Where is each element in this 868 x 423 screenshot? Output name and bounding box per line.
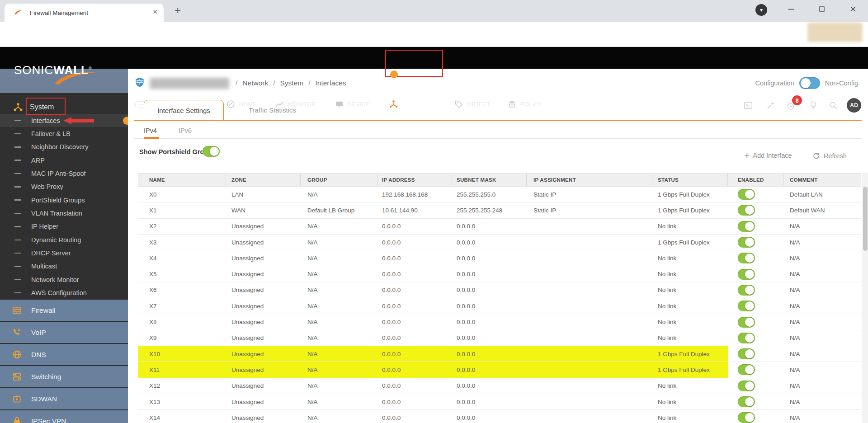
column-header-zone[interactable]: ZONE: [226, 174, 301, 186]
table-row-x13[interactable]: X13UnassignedN/A0.0.0.00.0.0.0No linkN/A: [138, 394, 861, 410]
sidebar-item-web-proxy[interactable]: Web Proxy: [0, 180, 128, 193]
window-close-button[interactable]: [846, 2, 860, 16]
sidebar-section-label: Switching: [31, 373, 61, 381]
subtab-ipv4[interactable]: IPv4: [144, 127, 157, 134]
terminal-icon[interactable]: [743, 100, 753, 110]
sidebar-section-ipsec-vpn[interactable]: IPSec VPN: [0, 410, 128, 423]
window-minimize-button[interactable]: [784, 2, 798, 16]
sidebar-item-ip-helper[interactable]: IP Helper: [0, 220, 128, 233]
enabled-toggle[interactable]: [738, 364, 755, 375]
sidebar-item-neighbor-discovery[interactable]: Neighbor Discovery: [0, 141, 128, 154]
enabled-toggle[interactable]: [738, 381, 755, 391]
table-row-x11[interactable]: X11UnassignedN/A0.0.0.00.0.0.01 Gbps Ful…: [138, 362, 861, 378]
nav-item-object[interactable]: OBJECT: [454, 99, 491, 109]
cell-subnet_mask: 0.0.0.0: [452, 250, 527, 266]
table-row-x0[interactable]: X0LANN/A192.168.168.168255.255.255.0Stat…: [138, 187, 861, 202]
breadcrumb-item-system[interactable]: System: [280, 79, 303, 87]
cell-zone: WAN: [226, 202, 301, 218]
table-row-x5[interactable]: X5UnassignedN/A0.0.0.00.0.0.0No linkN/A: [138, 266, 861, 282]
enabled-toggle[interactable]: [738, 221, 755, 232]
table-row-x7[interactable]: X7UnassignedN/A0.0.0.00.0.0.0No linkN/A: [138, 298, 861, 314]
sidebar-section-voip[interactable]: VoIP: [0, 322, 128, 343]
breadcrumb-item-network[interactable]: Network: [242, 79, 268, 87]
enabled-toggle[interactable]: [738, 253, 755, 263]
sidebar-item-arp[interactable]: ARP: [0, 154, 128, 167]
cell-name: X4: [138, 250, 226, 266]
sidebar-item-dhcp-server[interactable]: DHCP Server: [0, 246, 128, 259]
breadcrumb-item-interfaces[interactable]: Interfaces: [315, 79, 346, 87]
column-header-group[interactable]: GROUP: [301, 174, 377, 186]
table-row-x1[interactable]: X1WANDefault LB Group10.61.144.90255.255…: [138, 202, 861, 218]
sidebar-item-interfaces[interactable]: Interfaces: [0, 114, 128, 127]
screen: Firewall Management × + ▾ Not secur: [0, 0, 868, 423]
nav-item-monitor[interactable]: MONITOR: [275, 99, 316, 109]
column-header-enabled[interactable]: ENABLED: [728, 174, 783, 186]
table-row-x10[interactable]: X10UnassignedN/A0.0.0.00.0.0.01 Gbps Ful…: [138, 346, 861, 362]
enabled-toggle[interactable]: [738, 348, 755, 359]
cell-subnet_mask: 255.255.255.248: [452, 202, 527, 218]
config-mode-toggle[interactable]: [799, 77, 820, 89]
column-header-name[interactable]: NAME: [138, 174, 226, 186]
subtab-ipv6[interactable]: IPv6: [179, 127, 192, 134]
sidebar-item-aws-configuration[interactable]: AWS Configuration: [0, 286, 128, 299]
sidebar-section-switching[interactable]: Switching: [0, 366, 128, 387]
browser-tab[interactable]: Firewall Management ×: [5, 4, 164, 22]
column-header-ip_assignment[interactable]: IP ASSIGNMENT: [527, 174, 652, 186]
sidebar-section-sdwan[interactable]: SDWAN: [0, 388, 128, 409]
cell-ip_assignment: Static IP: [527, 187, 652, 202]
sidebar-item-network-monitor[interactable]: Network Monitor: [0, 273, 128, 286]
enabled-toggle[interactable]: [738, 205, 755, 216]
search-icon[interactable]: [828, 100, 838, 110]
sidebar-item-multicast[interactable]: Multicast: [0, 260, 128, 273]
portshield-groups-toggle[interactable]: [203, 146, 220, 157]
table-row-x9[interactable]: X9UnassignedN/A0.0.0.00.0.0.0No linkN/A: [138, 330, 861, 346]
refresh-button[interactable]: Refresh: [812, 151, 847, 160]
nav-item-label: OBJECT: [467, 101, 491, 108]
sidebar-item-label: ARP: [31, 157, 45, 164]
enabled-toggle[interactable]: [738, 189, 755, 200]
help-bulb-icon[interactable]: [808, 100, 818, 110]
enabled-toggle[interactable]: [738, 301, 755, 311]
table-row-x3[interactable]: X3UnassignedN/A0.0.0.00.0.0.01 Gbps Full…: [138, 235, 861, 250]
add-interface-button[interactable]: + Add Interface: [744, 151, 792, 160]
enabled-toggle[interactable]: [738, 333, 755, 343]
column-header-comment[interactable]: COMMENT: [783, 174, 861, 186]
tab-close-icon[interactable]: ×: [150, 7, 160, 17]
column-header-ip_address[interactable]: IP ADDRESS: [377, 174, 452, 186]
table-row-x14[interactable]: X14UnassignedN/A0.0.0.00.0.0.0No linkN/A: [138, 410, 861, 423]
sidebar-section-dns[interactable]: DNS: [0, 344, 128, 365]
new-tab-button[interactable]: +: [175, 4, 181, 17]
enabled-toggle[interactable]: [738, 317, 755, 328]
enabled-toggle[interactable]: [738, 269, 755, 280]
enabled-toggle[interactable]: [738, 285, 755, 296]
sidebar-section-label: SDWAN: [31, 395, 57, 403]
enabled-toggle[interactable]: [738, 237, 755, 248]
window-maximize-button[interactable]: [815, 2, 829, 16]
sidebar-item-dynamic-routing[interactable]: Dynamic Routing: [0, 233, 128, 246]
column-header-status[interactable]: STATUS: [652, 174, 728, 186]
table-row-x6[interactable]: X6UnassignedN/A0.0.0.00.0.0.0No linkN/A: [138, 282, 861, 298]
enabled-toggle[interactable]: [738, 412, 755, 423]
nav-item-label: HOME: [239, 101, 257, 108]
table-scrollbar-thumb[interactable]: [863, 187, 868, 251]
table-row-x4[interactable]: X4UnassignedN/A0.0.0.00.0.0.0No linkN/A: [138, 250, 861, 266]
sidebar-item-mac-ip-anti-spoof[interactable]: MAC IP Anti-Spoof: [0, 167, 128, 180]
nav-item-network[interactable]: NETWORK: [389, 99, 432, 109]
browser-profile-button[interactable]: ▾: [755, 4, 767, 16]
sidebar-item-failover-lb[interactable]: Failover & LB: [0, 127, 128, 140]
table-row-x8[interactable]: X8UnassignedN/A0.0.0.00.0.0.0No linkN/A: [138, 314, 861, 330]
nav-item-device[interactable]: DEVICE: [335, 99, 370, 109]
tab-interface-settings[interactable]: Interface Settings: [144, 100, 224, 120]
sidebar-item-vlan-translation[interactable]: VLAN Translation: [0, 207, 128, 220]
user-avatar[interactable]: AD: [847, 98, 861, 113]
sidebar-item-portshield-groups[interactable]: PortShield Groups: [0, 193, 128, 207]
sidebar-item-label: Failover & LB: [31, 130, 71, 137]
nav-item-policy[interactable]: POLICY: [507, 99, 542, 109]
column-header-subnet_mask[interactable]: SUBNET MASK: [452, 174, 527, 186]
sidebar-section-firewall[interactable]: Firewall: [0, 300, 128, 321]
table-row-x12[interactable]: X12UnassignedN/A0.0.0.00.0.0.0No linkN/A: [138, 378, 861, 394]
enabled-toggle[interactable]: [738, 396, 755, 407]
wizard-wand-icon[interactable]: [766, 100, 776, 110]
nav-item-home[interactable]: HOME: [226, 99, 257, 109]
table-row-x2[interactable]: X2UnassignedN/A0.0.0.00.0.0.0No linkN/A: [138, 219, 861, 235]
